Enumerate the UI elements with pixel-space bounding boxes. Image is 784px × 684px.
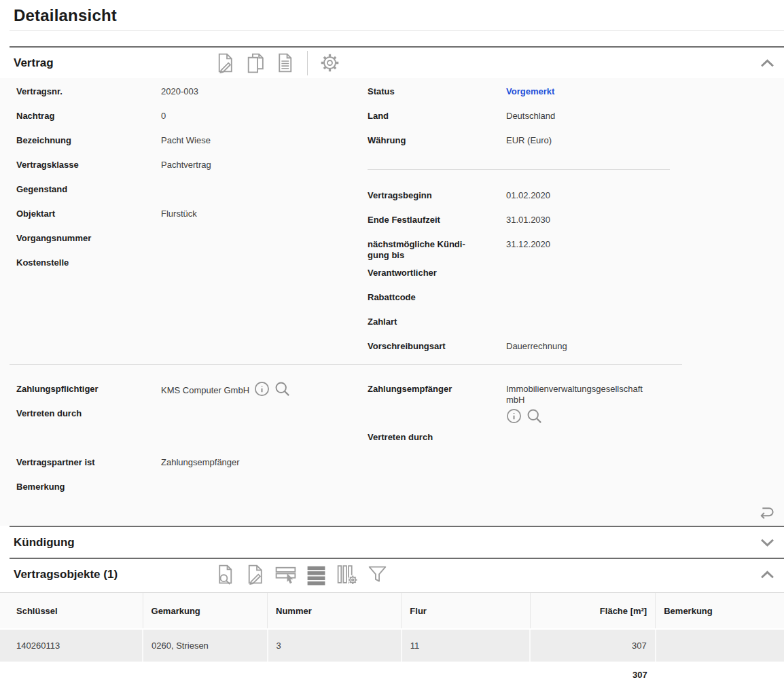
right-column-divider [368,169,670,170]
vertrag-toolbar [214,51,341,75]
zahlungsempfaenger-search-icon[interactable] [527,408,542,424]
value-zahlungsempfaenger: Immobilienverwaltungsgesellschaft mbH [506,384,656,406]
label-bemerkung: Bemerkung [16,475,161,492]
table-header-row: Schlüssel Gemarkung Nummer Flur Fläche [… [0,593,784,630]
zahlungsempfaenger-info-icon[interactable] [506,408,522,424]
label-ende-festlaufzeit: Ende Festlaufzeit [368,208,506,226]
col-flur[interactable]: Flur [402,593,530,630]
label-zahlart: Zahlart [368,310,506,327]
return-arrow-icon[interactable] [756,505,776,520]
label-nachtrag: Nachtrag [16,104,161,122]
col-bemerkung[interactable]: Bemerkung [656,593,784,630]
value-ende-festlaufzeit: 31.01.2030 [506,208,550,226]
label-zahlungspflichtiger: Zahlungspflichtiger [16,377,161,395]
select-rows-icon[interactable] [274,563,298,586]
section-vertrag: Vertrag [0,48,784,526]
vertrag-header: Vertrag [0,48,784,78]
vertragsobjekte-header: Vertragsobjekte (1) [0,559,784,590]
label-kostenstelle: Kostenstelle [16,251,161,268]
cell-flaeche: 307 [530,629,656,662]
detail-view-page: Detailansicht Vertrag [0,0,784,684]
cell-gemarkung: 0260, Striesen [143,629,267,662]
filter-funnel-icon[interactable] [366,563,389,586]
status-link[interactable]: Vorgemerkt [506,79,554,97]
title-divider [10,30,784,31]
vertragsobjekte-collapse-chevron-up-icon[interactable] [760,571,774,579]
label-vertragsnr: Vertragsnr. [16,79,161,97]
value-vertragsklasse: Pachtvertrag [161,153,211,170]
vertrag-body: Vertragsnr.2020-003 Nachtrag0 Bezeichnun… [0,78,784,526]
table-row[interactable]: 140260113 0260, Striesen 3 11 307 [0,629,784,662]
table-sum-row: 307 [0,662,784,684]
label-vertreten-durch-links: Vertreten durch [16,401,161,419]
label-verantwortlicher: Verantwortlicher [368,261,506,278]
vertragsobjekte-section-title: Vertragsobjekte (1) [14,568,214,581]
label-zahlungsempfaenger: Zahlungsempfänger [368,377,506,395]
sum-flaeche: 307 [530,662,656,684]
col-schluessel[interactable]: Schlüssel [0,593,143,630]
col-flaeche[interactable]: Fläche [m²] [530,593,656,630]
cell-schluessel: 140260113 [0,629,143,662]
kuendigung-expand-chevron-down-icon[interactable] [760,539,774,547]
list-rows-icon[interactable] [305,563,327,586]
value-naechstmoegliche-kuendigung-bis: 31.12.2020 [506,232,550,250]
document-report-icon[interactable] [274,52,296,74]
value-vorschreibungsart: Dauerrechnung [506,334,567,352]
value-waehrung: EUR (Euro) [506,128,552,146]
label-naechstmoegliche-kuendigung-bis: nächstmögliche Kündi­gung bis [368,232,506,261]
value-zahlungspflichtiger: KMS Computer GmbH [161,382,249,396]
zahlungspflichtiger-info-icon[interactable] [254,381,270,397]
vertragsobjekte-table: Schlüssel Gemarkung Nummer Flur Fläche [… [0,592,784,684]
copy-document-icon[interactable] [244,52,266,74]
label-gegenstand: Gegenstand [16,177,161,195]
partner-block-divider [10,364,682,365]
label-bezeichnung: Bezeichnung [16,128,161,146]
toolbar-separator [307,51,308,75]
kuendigung-header: Kündigung [0,527,784,558]
label-land: Land [368,104,506,122]
label-vertragspartner-ist: Vertragspartner ist [16,450,161,468]
vertragsobjekte-toolbar [214,563,389,586]
spacer [16,426,368,450]
label-vertragsklasse: Vertragsklasse [16,153,161,170]
column-settings-icon[interactable] [335,563,359,586]
page-title: Detailansicht [0,0,784,30]
col-gemarkung[interactable]: Gemarkung [143,593,267,630]
zahlungspflichtiger-search-icon[interactable] [274,381,290,397]
value-bezeichnung: Pacht Wiese [161,128,211,146]
value-vertragsnr: 2020-003 [161,79,198,97]
value-vertragspartner-ist: Zahlungsempfänger [161,450,240,468]
label-waehrung: Währung [368,128,506,146]
label-vorschreibungsart: Vorschreibungsart [368,334,506,352]
value-vertragsbeginn: 01.02.2020 [506,183,550,201]
col-nummer[interactable]: Nummer [268,593,402,630]
cell-bemerkung [656,629,784,662]
vertrag-collapse-chevron-up-icon[interactable] [760,59,774,67]
label-vertragsbeginn: Vertragsbeginn [368,183,506,201]
edit-document-icon[interactable] [214,52,236,74]
cell-nummer: 3 [268,629,402,662]
section-kuendigung: Kündigung [0,527,784,558]
section-vertragsobjekte: Vertragsobjekte (1) [0,559,784,684]
label-objektart: Objektart [16,202,161,219]
cell-flur: 11 [402,629,530,662]
vertrag-section-title: Vertrag [14,56,214,70]
value-land: Deutschland [506,104,555,122]
label-vertreten-durch-rechts: Vertreten durch [368,425,506,443]
value-objektart: Flurstück [161,202,197,219]
kuendigung-section-title: Kündigung [14,536,214,550]
value-nachtrag: 0 [161,104,166,122]
label-status: Status [368,79,506,97]
settings-gear-icon[interactable] [319,52,341,74]
edit-document-icon[interactable] [244,563,266,586]
label-vorgangsnummer: Vorgangsnummer [16,226,161,244]
search-document-icon[interactable] [214,563,236,586]
label-rabattcode: Rabattcode [368,285,506,303]
